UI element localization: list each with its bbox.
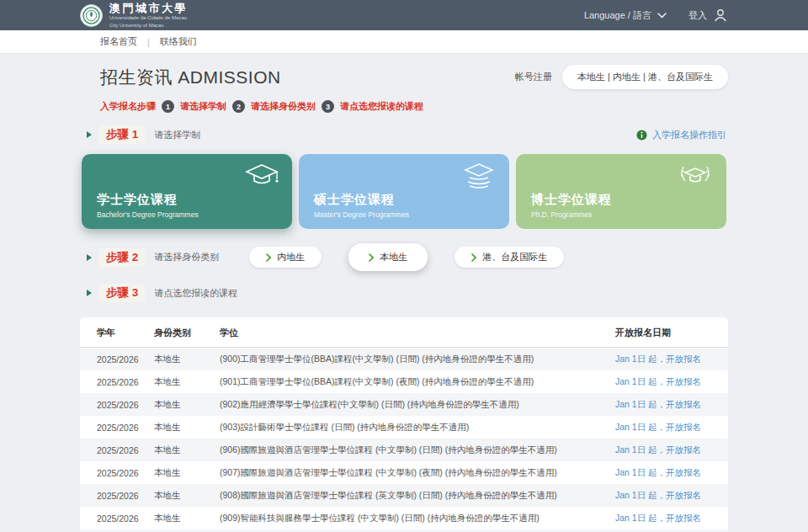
open-date-link[interactable]: Jan 1日 起，开放报名: [615, 513, 701, 523]
steps-prefix: 入学报名步骤: [100, 100, 156, 113]
step-number-badge-3: 3: [322, 100, 334, 113]
nav-item-home[interactable]: 报名首页: [100, 35, 137, 48]
chevron-down-icon: [657, 13, 667, 19]
steps-text-1: 请选择学制: [180, 100, 226, 113]
card-master-programmes[interactable]: 硕士学位课程 Master's Degree Programmes: [299, 154, 509, 229]
cell-degree: (908)國際旅遊與酒店管理學士學位課程 (英文學制) (日間) (持內地身份證…: [213, 484, 609, 507]
register-account-link[interactable]: 帐号注册: [515, 71, 552, 83]
table-row: 2025/2026 本地生 (901)工商管理學士學位(BBA)課程(中文學制)…: [80, 370, 728, 393]
category-pill-local-selected[interactable]: 本地生: [348, 243, 428, 271]
category-pill-label: 内地生: [277, 251, 305, 263]
step-number-badge-1: 1: [162, 100, 174, 113]
cell-year: 2025/2026: [80, 484, 147, 507]
step1-header: 步骤 1 请选择学制 入学报名操作指引: [87, 125, 728, 144]
cell-year: 2025/2026: [80, 507, 147, 529]
university-emblem-icon: [80, 4, 103, 27]
cell-category: 本地生: [147, 439, 213, 461]
step1-label: 步骤 1: [99, 125, 145, 144]
cell-category: 本地生: [147, 370, 213, 393]
programmes-table-card: 学年 身份类别 学位 开放报名日期 2025/2026 本地生 (900)工商管…: [80, 317, 728, 532]
cell-degree: (902)應用經濟學學士學位課程(中文學制) (日間) (持內地身份證的學生不適…: [213, 393, 609, 416]
page-title: 招生资讯 ADMISSION: [100, 66, 281, 89]
card-subtitle: Master's Degree Programmes: [314, 210, 494, 219]
table-row: 2025/2026 本地生 (902)應用經濟學學士學位課程(中文學制) (日間…: [80, 393, 728, 416]
step3-desc: 请点选您报读的课程: [154, 287, 237, 300]
card-phd-programmes[interactable]: 博士学位课程 Ph.D. Programmes: [516, 154, 726, 229]
triangle-right-icon: [87, 131, 92, 138]
nav-item-contact[interactable]: 联络我们: [160, 35, 197, 48]
cell-degree: (900)工商管理學士學位(BBA)課程(中文學制) (日間) (持內地身份證的…: [213, 348, 609, 371]
table-row: 2025/2026 本地生 (907)國際旅遊與酒店管理學士學位課程 (中文學制…: [80, 461, 728, 484]
step1-desc: 请选择学制: [154, 129, 200, 141]
programmes-table: 学年 身份类别 学位 开放报名日期 2025/2026 本地生 (900)工商管…: [80, 317, 728, 532]
col-header-degree: 学位: [213, 317, 609, 348]
cell-category: 本地生: [147, 348, 213, 371]
user-icon: [713, 8, 728, 23]
table-header-row: 学年 身份类别 学位 开放报名日期: [80, 317, 728, 348]
step2-header: 步骤 2 请选择身份类别 内地生 本地生 港、台及国际生: [87, 243, 728, 271]
language-label: Language / 語言: [584, 9, 651, 22]
card-title: 学士学位课程: [97, 192, 277, 208]
guide-link-label: 入学报名操作指引: [652, 129, 726, 141]
open-date-link[interactable]: Jan 1日 起，开放报名: [615, 399, 701, 409]
table-row: 2025/2026 本地生 (903)設計藝術學士學位課程 (日間) (持內地身…: [80, 416, 728, 439]
cell-category: 本地生: [147, 484, 213, 507]
graduation-cap-books-icon: [461, 163, 497, 192]
col-header-category: 身份类别: [147, 317, 213, 348]
cell-year: 2025/2026: [80, 393, 147, 416]
cell-year: 2025/2026: [80, 348, 147, 371]
cell-degree: (901)工商管理學士學位(BBA)課程(中文學制) (夜間) (持內地身份證的…: [213, 370, 609, 393]
open-date-link[interactable]: Jan 1日 起，开放报名: [615, 490, 701, 500]
cell-category: 本地生: [147, 416, 213, 439]
register-category-pill[interactable]: 本地生 | 内地生 | 港、台及国际生: [562, 65, 728, 89]
main-content: 招生资讯 ADMISSION 帐号注册 本地生 | 内地生 | 港、台及国际生 …: [80, 54, 728, 532]
open-date-link[interactable]: Jan 1日 起，开放报名: [615, 467, 701, 477]
cell-year: 2025/2026: [80, 439, 147, 461]
open-date-link[interactable]: Jan 1日 起，开放报名: [615, 422, 701, 432]
cell-degree: (906)國際旅遊與酒店管理學士學位課程 (中文學制) (日間) (持內地身份證…: [213, 439, 609, 461]
cell-degree: (909)智能科技與服務學士學位課程 (中文學制) (日間) (持內地身份證的學…: [213, 507, 609, 529]
cell-category: 本地生: [147, 461, 213, 484]
table-row: 2025/2026 本地生 (900)工商管理學士學位(BBA)課程(中文學制)…: [80, 348, 728, 371]
top-header-bar: 澳門城市大學 Universidade da Cidade de Macau C…: [0, 0, 808, 30]
open-date-link[interactable]: Jan 1日 起，开放报名: [615, 354, 701, 364]
cell-degree: (903)設計藝術學士學位課程 (日間) (持內地身份證的學生不適用): [213, 416, 609, 439]
open-date-link[interactable]: Jan 1日 起，开放报名: [615, 376, 701, 386]
university-name-en: City University of Macau: [109, 23, 188, 29]
category-pill-label: 本地生: [380, 251, 407, 263]
card-bachelor-programmes[interactable]: 学士学位课程 Bachelor's Degree Programmes: [82, 154, 292, 229]
chevron-right-icon: [266, 253, 271, 262]
step3-header: 步骤 3 请点选您报读的课程: [87, 284, 728, 302]
card-subtitle: Bachelor's Degree Programmes: [97, 210, 277, 219]
category-pill-international[interactable]: 港、台及国际生: [454, 247, 564, 268]
step-number-badge-2: 2: [232, 100, 245, 113]
table-row: 2025/2026 本地生 (906)國際旅遊與酒店管理學士學位課程 (中文學制…: [80, 439, 728, 461]
graduation-cap-icon: [244, 163, 279, 190]
login-label: 登入: [688, 9, 707, 22]
steps-text-3: 请点选您报读的课程: [340, 100, 423, 113]
triangle-right-icon: [87, 254, 92, 261]
card-title: 硕士学位课程: [314, 192, 494, 208]
step2-label: 步骤 2: [99, 248, 145, 267]
cell-category: 本地生: [147, 507, 213, 529]
open-date-link[interactable]: Jan 1日 起，开放报名: [615, 444, 701, 455]
step3-label: 步骤 3: [99, 284, 145, 302]
login-button[interactable]: 登入: [688, 8, 728, 23]
application-guide-link[interactable]: 入学报名操作指引: [636, 129, 726, 141]
language-selector[interactable]: Language / 語言: [584, 9, 667, 22]
card-subtitle: Ph.D. Programmes: [531, 210, 711, 219]
chevron-right-icon: [369, 253, 374, 262]
sub-navbar: 报名首页 | 联络我们: [0, 30, 808, 54]
degree-cards: 学士学位课程 Bachelor's Degree Programmes 硕士学位…: [80, 154, 728, 229]
info-icon: [636, 130, 647, 141]
table-row: 2025/2026 本地生 (908)國際旅遊與酒店管理學士學位課程 (英文學制…: [80, 484, 728, 507]
col-header-open-date: 开放报名日期: [609, 317, 728, 348]
admission-page: 澳門城市大學 Universidade da Cidade de Macau C…: [0, 0, 808, 532]
step2-desc: 请选择身份类别: [154, 251, 219, 263]
steps-text-2: 请选择身份类别: [251, 100, 316, 113]
graduation-cap-laurel-icon: [677, 163, 714, 192]
chevron-right-icon: [471, 253, 476, 262]
university-logo[interactable]: 澳門城市大學 Universidade da Cidade de Macau C…: [80, 3, 188, 29]
category-pill-mainland[interactable]: 内地生: [249, 247, 322, 268]
cell-year: 2025/2026: [80, 370, 147, 393]
